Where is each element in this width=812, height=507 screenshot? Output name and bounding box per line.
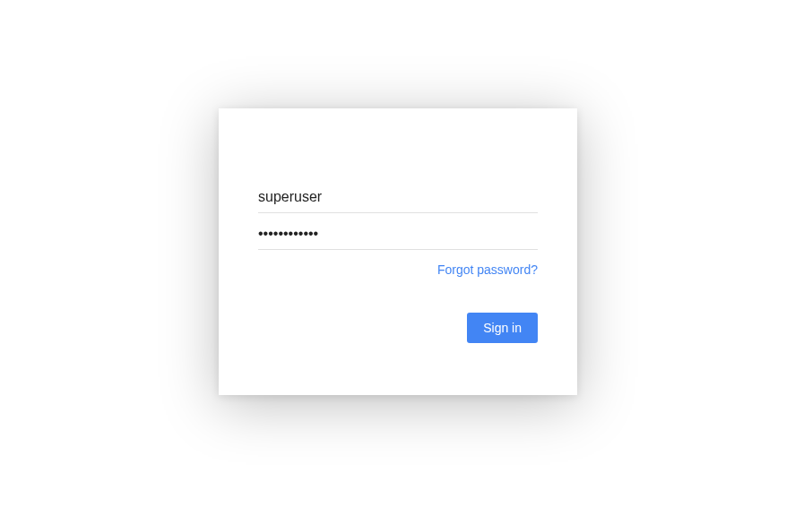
forgot-password-link[interactable]: Forgot password?: [437, 262, 538, 277]
signin-button[interactable]: Sign in: [467, 313, 538, 343]
login-card: Forgot password? Sign in: [219, 108, 577, 395]
username-input[interactable]: [258, 180, 538, 213]
password-input[interactable]: [258, 217, 538, 250]
button-row: Sign in: [258, 313, 538, 343]
forgot-password-row: Forgot password?: [258, 262, 538, 277]
